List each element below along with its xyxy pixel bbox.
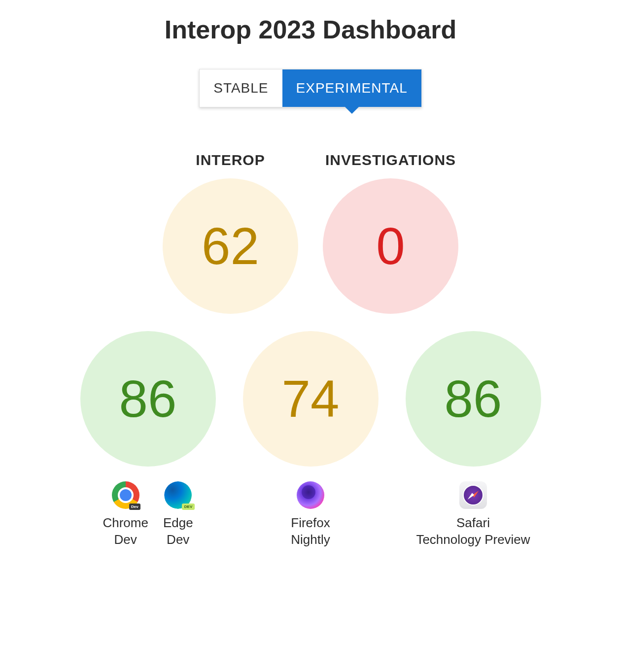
investigations-metric: INVESTIGATIONS 0 xyxy=(323,152,458,314)
interop-label: INTEROP xyxy=(196,152,265,168)
browser-labels-row: Dev ChromeDev DEV EdgeDev FirefoxNightly xyxy=(0,481,621,548)
tab-experimental[interactable]: EXPERIMENTAL xyxy=(282,69,421,107)
safari-score-circle: 86 xyxy=(406,331,541,467)
browser-scores-row: 86 74 86 xyxy=(0,331,621,467)
firefox-score-circle: 74 xyxy=(243,331,379,467)
interop-score-circle: 62 xyxy=(163,178,298,314)
edge-dev: DEV EdgeDev xyxy=(163,481,193,548)
safari-tp-icon xyxy=(459,481,487,509)
page-title: Interop 2023 Dashboard xyxy=(0,15,621,44)
edge-dev-label: EdgeDev xyxy=(163,515,193,548)
chrome-dev-label: ChromeDev xyxy=(103,515,148,548)
investigations-label: INVESTIGATIONS xyxy=(325,152,456,168)
chrome-dev-icon: Dev xyxy=(112,481,139,509)
firefox-nightly-icon xyxy=(297,481,324,509)
tab-container: STABLE EXPERIMENTAL xyxy=(199,69,422,107)
safari-tp-label: SafariTechnology Preview xyxy=(416,515,530,548)
channel-tabs: STABLE EXPERIMENTAL xyxy=(0,69,621,107)
chrome-dev: Dev ChromeDev xyxy=(103,481,148,548)
interop-metric: INTEROP 62 xyxy=(163,152,298,314)
chrome-edge-score-circle: 86 xyxy=(80,331,216,467)
edge-dev-icon: DEV xyxy=(164,481,192,509)
investigations-score-circle: 0 xyxy=(323,178,458,314)
chrome-edge-group: Dev ChromeDev DEV EdgeDev xyxy=(80,481,216,548)
firefox-group: FirefoxNightly xyxy=(243,481,379,548)
safari-tp: SafariTechnology Preview xyxy=(416,481,530,548)
top-metrics-row: INTEROP 62 INVESTIGATIONS 0 xyxy=(0,152,621,314)
firefox-nightly: FirefoxNightly xyxy=(291,481,330,548)
safari-group: SafariTechnology Preview xyxy=(406,481,541,548)
firefox-nightly-label: FirefoxNightly xyxy=(291,515,330,548)
tab-stable[interactable]: STABLE xyxy=(200,69,282,107)
